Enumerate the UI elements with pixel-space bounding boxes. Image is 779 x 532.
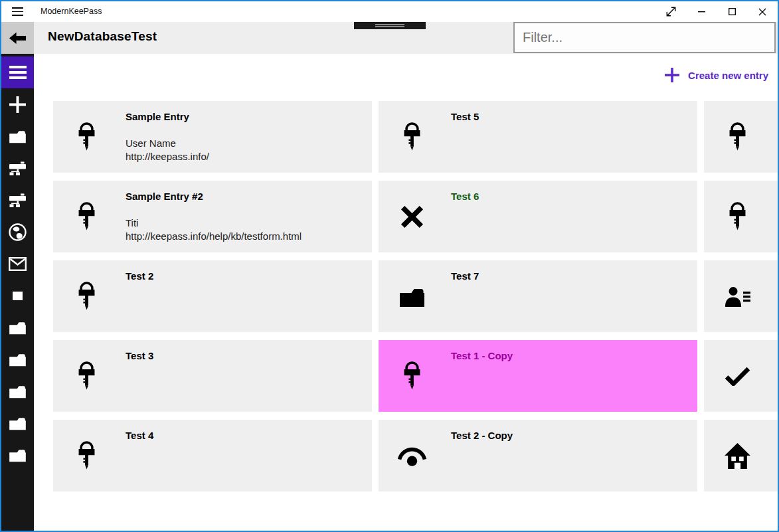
entry-card[interactable]: Test 1 - Copy [379, 340, 697, 412]
sidebar-item-globe[interactable] [1, 216, 34, 248]
entry-details: Titihttp://keepass.info/help/kb/testform… [126, 217, 302, 243]
minimize-button[interactable] [686, 1, 717, 22]
sidebar-item-folder-2[interactable] [1, 343, 34, 375]
close-button[interactable] [747, 1, 778, 22]
sidebar [1, 54, 34, 531]
entry-card[interactable] [704, 260, 779, 332]
entry-title: Test 2 - Copy [451, 430, 513, 441]
folder-icon [399, 286, 425, 308]
square-icon [13, 292, 23, 300]
entry-card[interactable]: Test 7 [379, 260, 697, 332]
window-controls [655, 1, 778, 22]
folder-icon [9, 129, 27, 143]
check-icon [725, 367, 750, 386]
key-icon [729, 122, 746, 151]
fullscreen-button[interactable] [655, 1, 686, 22]
page-header: NewDatabaseTest [1, 22, 778, 54]
entry-title: Test 5 [451, 111, 479, 122]
entry-card[interactable] [704, 101, 779, 173]
entry-card[interactable] [704, 420, 779, 491]
key-icon [78, 441, 96, 470]
key-icon [403, 122, 421, 151]
key-icon [729, 202, 746, 231]
hamburger-menu-icon [9, 66, 27, 79]
sidebar-item-network-drive-1[interactable] [1, 152, 34, 184]
network-drive-icon [9, 160, 27, 176]
entry-detail-line: Titi [126, 217, 302, 230]
key-icon [78, 282, 96, 311]
key-icon [78, 361, 96, 391]
entry-card[interactable]: Test 5 [379, 101, 697, 173]
entry-card[interactable]: Test 4 [53, 420, 372, 491]
cross-icon [400, 205, 424, 229]
entry-title: Test 3 [126, 350, 153, 361]
entry-detail-line: User Name [126, 137, 209, 150]
title-bar: ModernKeePass [1, 1, 778, 22]
entry-detail-line: http://keepass.info/help/kb/testform.htm… [126, 230, 302, 243]
create-new-entry-label: Create new entry [688, 70, 768, 81]
filter-input[interactable] [513, 22, 776, 53]
entry-card[interactable] [704, 340, 779, 412]
app-title: ModernKeePass [41, 7, 102, 16]
entry-title: Test 7 [451, 270, 479, 282]
entry-title: Sample Entry [126, 111, 189, 122]
entries-grid: Sample Entry User Namehttp://keepass.inf… [53, 101, 779, 491]
back-button[interactable] [1, 22, 34, 54]
create-new-entry-button[interactable]: Create new entry [665, 68, 768, 82]
sidebar-item-folder-3[interactable] [1, 375, 34, 407]
folder-icon [9, 448, 27, 462]
entry-card[interactable]: Test 3 [53, 340, 372, 412]
titlebar-hamburger-icon[interactable] [12, 7, 23, 16]
sidebar-item-folder-5[interactable] [1, 439, 34, 471]
globe-icon [9, 223, 27, 241]
folder-icon [9, 384, 27, 399]
entry-title: Test 4 [126, 430, 153, 441]
entry-card[interactable]: Test 2 [53, 260, 372, 332]
close-icon [758, 8, 766, 16]
entry-card[interactable]: Test 2 - Copy [379, 420, 697, 491]
sidebar-item-mail[interactable] [1, 248, 34, 280]
contact-list-icon [724, 286, 751, 307]
appbar-handle[interactable] [354, 22, 426, 29]
entry-title: Test 2 [126, 270, 153, 282]
folder-icon [9, 320, 27, 335]
sidebar-item-folder-1[interactable] [1, 311, 34, 343]
page-title: NewDatabaseTest [48, 29, 157, 44]
entry-title: Sample Entry #2 [126, 191, 203, 202]
entry-card[interactable]: Sample Entry User Namehttp://keepass.inf… [53, 101, 372, 173]
entry-title: Test 1 - Copy [451, 350, 513, 361]
home-icon [723, 442, 752, 470]
entry-details: User Namehttp://keepass.info/ [126, 137, 209, 163]
maximize-button[interactable] [717, 1, 747, 22]
entry-card[interactable]: Sample Entry #2 Titihttp://keepass.info/… [53, 181, 372, 252]
key-icon [403, 361, 421, 391]
sidebar-item-network-drive-2[interactable] [1, 184, 34, 216]
folder-icon [9, 352, 27, 367]
entry-card[interactable] [704, 181, 779, 252]
maximize-icon [729, 8, 736, 15]
entry-title: Test 6 [451, 191, 479, 202]
eye-arc-icon [396, 445, 428, 467]
modernkeepass-window: { "window": { "title": "ModernKeePass", … [0, 0, 779, 532]
fullscreen-diagonal-icon [666, 7, 676, 17]
entry-card[interactable]: Test 6 [379, 181, 697, 252]
sidebar-item-folder[interactable] [1, 120, 34, 152]
mail-envelope-icon [9, 257, 27, 271]
sidebar-item-square[interactable] [1, 280, 34, 311]
back-arrow-icon [8, 31, 27, 46]
minimize-icon [698, 11, 705, 13]
plus-icon [665, 68, 679, 82]
entry-detail-line: http://keepass.info/ [126, 150, 209, 163]
sidebar-item-folder-4[interactable] [1, 407, 34, 439]
key-icon [78, 202, 96, 231]
key-icon [78, 122, 96, 151]
sidebar-item-add[interactable] [1, 88, 34, 120]
sidebar-item-menu[interactable] [1, 56, 34, 88]
folder-icon [9, 416, 27, 430]
network-drive-icon [9, 192, 27, 208]
plus-icon [9, 96, 26, 113]
